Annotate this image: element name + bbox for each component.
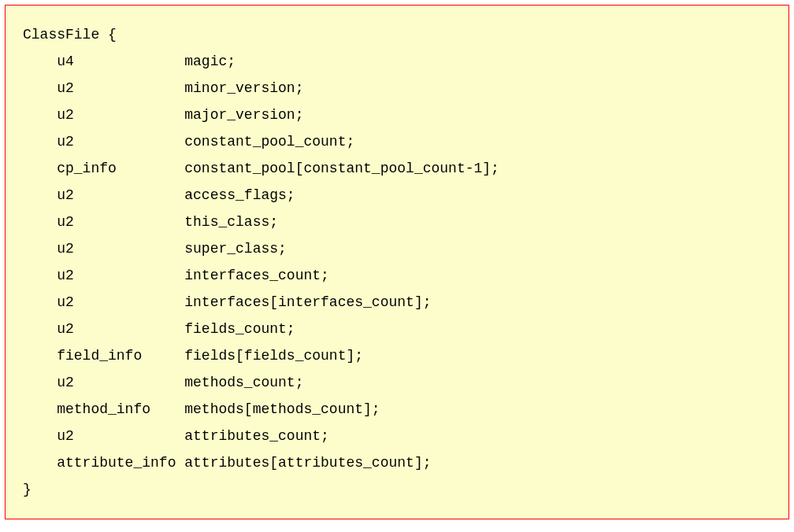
code-block: ClassFile { u4 magic; u2 minor_version; … xyxy=(5,5,789,519)
struct-body: u4 magic; u2 minor_version; u2 major_ver… xyxy=(23,54,499,471)
struct-close: } xyxy=(23,482,32,497)
struct-open: ClassFile { xyxy=(23,27,117,42)
